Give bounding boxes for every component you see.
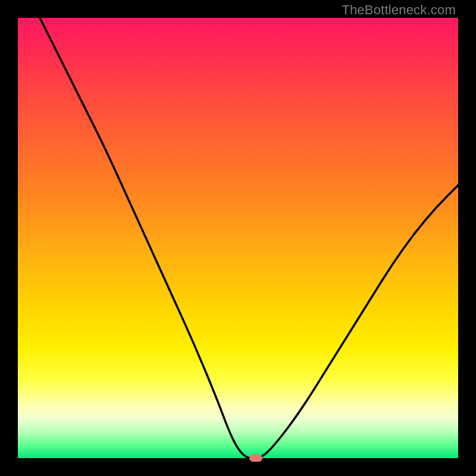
chart-frame: TheBottleneck.com <box>0 0 476 476</box>
plot-area <box>18 18 458 458</box>
optimal-marker <box>249 455 262 462</box>
watermark-text: TheBottleneck.com <box>342 2 456 18</box>
bottleneck-curve <box>18 18 458 458</box>
